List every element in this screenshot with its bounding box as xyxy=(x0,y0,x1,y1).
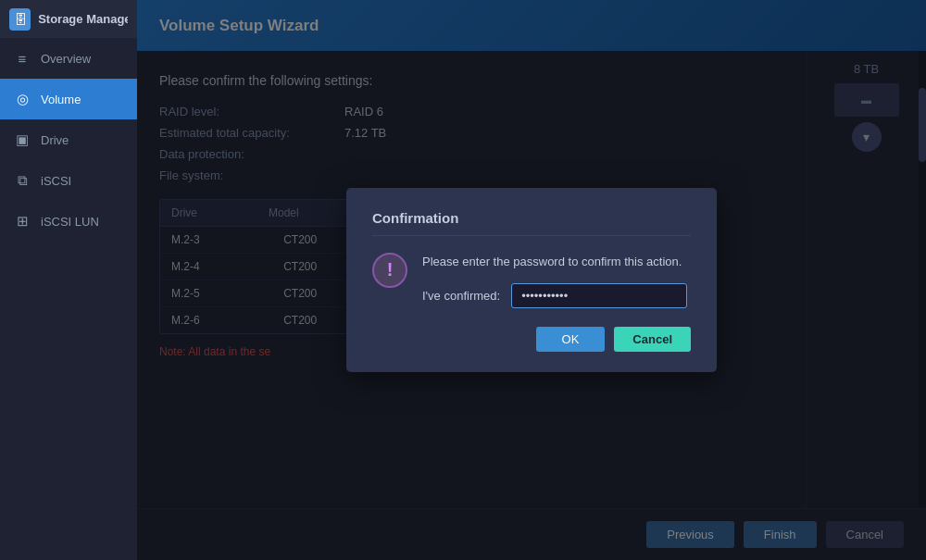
sidebar: 🗄 Storage Manage ≡ Overview ◎ Volume ▣ D… xyxy=(0,0,137,560)
sidebar-header: 🗄 Storage Manage xyxy=(0,0,137,38)
overview-icon: ≡ xyxy=(13,49,31,68)
sidebar-item-label: Volume xyxy=(41,93,81,106)
password-input[interactable] xyxy=(511,283,687,308)
dialog-title: Confirmation xyxy=(372,210,691,236)
sidebar-item-label: iSCSI LUN xyxy=(41,215,99,229)
sidebar-item-label: Drive xyxy=(41,133,69,147)
dialog-footer: OK Cancel xyxy=(372,327,691,352)
app-title: Storage Manage xyxy=(38,12,128,26)
sidebar-item-iscsi[interactable]: ⧉ iSCSI xyxy=(0,160,137,201)
password-row: I've confirmed: xyxy=(422,283,687,308)
sidebar-item-volume[interactable]: ◎ Volume xyxy=(0,79,137,119)
volume-icon: ◎ xyxy=(13,90,31,108)
iscsi-icon: ⧉ xyxy=(13,171,31,190)
modal-overlay: Confirmation ! Please enter the password… xyxy=(137,0,926,560)
confirmed-label: I've confirmed: xyxy=(422,289,500,303)
app-icon: 🗄 xyxy=(9,8,31,31)
sidebar-item-iscsi-lun[interactable]: ⊞ iSCSI LUN xyxy=(0,201,137,242)
iscsi-lun-icon: ⊞ xyxy=(13,212,31,230)
sidebar-item-overview[interactable]: ≡ Overview xyxy=(0,38,137,79)
cancel-dialog-button[interactable]: Cancel xyxy=(614,327,691,352)
main-content: Volume Setup Wizard Please confirm the f… xyxy=(137,0,926,560)
drive-icon: ▣ xyxy=(13,131,31,149)
sidebar-item-label: iSCSI xyxy=(41,174,71,188)
dialog-body: ! Please enter the password to confirm t… xyxy=(372,253,691,309)
sidebar-item-label: Overview xyxy=(41,52,91,66)
warning-icon: ! xyxy=(372,253,407,288)
sidebar-item-drive[interactable]: ▣ Drive xyxy=(0,119,137,160)
dialog-message: Please enter the password to confirm thi… xyxy=(422,253,682,268)
confirmation-dialog: Confirmation ! Please enter the password… xyxy=(346,188,717,373)
ok-button[interactable]: OK xyxy=(536,327,606,352)
